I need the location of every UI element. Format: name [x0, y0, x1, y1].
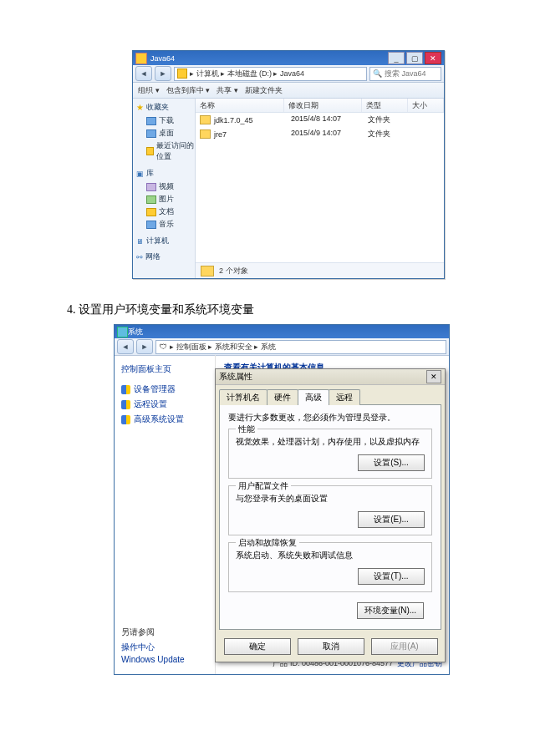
desktop-icon — [146, 129, 156, 138]
folder-icon — [177, 68, 187, 79]
nav-desktop[interactable]: 桌面 — [136, 127, 195, 140]
cancel-button[interactable]: 取消 — [298, 638, 364, 655]
breadcrumb[interactable]: ▸ 计算机 ▸ 本地磁盘 (D:) ▸ Java64 — [174, 67, 367, 81]
system-titlebar[interactable]: 系统 — [115, 325, 449, 338]
explorer-toolbar: 组织 ▾ 包含到库中 ▾ 共享 ▾ 新建文件夹 — [133, 83, 444, 99]
network-header[interactable]: ⚯网络 — [136, 251, 195, 262]
nav-downloads[interactable]: 下载 — [136, 114, 195, 127]
nav-forward-button[interactable]: ► — [136, 339, 153, 354]
download-icon — [146, 117, 156, 125]
recent-icon — [146, 147, 154, 155]
cp-home-link[interactable]: 控制面板主页 — [121, 363, 208, 375]
tab-remote[interactable]: 远程 — [329, 389, 360, 405]
folder-icon — [200, 115, 211, 124]
nav-back-button[interactable]: ◄ — [117, 339, 134, 354]
system-icon — [117, 327, 128, 337]
shield-icon — [121, 415, 130, 424]
status-bar: 2 个对象 — [196, 262, 444, 278]
user-profiles-group: 用户配置文件 与您登录有关的桌面设置 设置(E)... — [228, 485, 432, 535]
document-icon — [146, 208, 156, 216]
picture-icon — [146, 195, 156, 204]
shield-icon — [121, 400, 130, 409]
file-list: jdk1.7.0_45 2015/4/8 14:07 文件夹 jre7 2015… — [196, 113, 444, 262]
column-headers[interactable]: 名称 修改日期 类型 大小 — [196, 99, 444, 113]
list-item[interactable]: jdk1.7.0_45 2015/4/8 14:07 文件夹 — [196, 113, 444, 127]
include-in-library-menu[interactable]: 包含到库中 ▾ — [166, 85, 211, 96]
video-icon — [146, 183, 156, 191]
performance-legend: 性能 — [236, 424, 257, 435]
admin-note: 要进行大多数更改，您必须作为管理员登录。 — [228, 412, 432, 424]
search-input[interactable]: 🔍 搜索 Java64 — [369, 67, 441, 81]
shield-icon: 🛡 — [160, 342, 167, 351]
nav-documents[interactable]: 文档 — [136, 205, 195, 218]
minimize-button[interactable]: _ — [388, 52, 405, 64]
system-properties-dialog: 系统属性 ✕ 计算机名 硬件 高级 远程 要进行大多数更改，您必须作为管理员登录… — [215, 368, 446, 662]
close-button[interactable]: ✕ — [426, 370, 441, 383]
performance-desc: 视觉效果，处理器计划，内存使用，以及虚拟内存 — [236, 436, 425, 448]
share-menu[interactable]: 共享 ▾ — [217, 85, 238, 96]
performance-settings-button[interactable]: 设置(S)... — [358, 454, 425, 471]
explorer-titlebar[interactable]: Java64 _ ▢ ✕ — [133, 51, 444, 65]
apply-button[interactable]: 应用(A) — [371, 638, 438, 655]
ok-button[interactable]: 确定 — [224, 638, 291, 655]
organize-menu[interactable]: 组织 ▾ — [138, 85, 160, 96]
computer-icon: 🖥 — [136, 237, 144, 246]
music-icon — [146, 221, 156, 229]
col-date[interactable]: 修改日期 — [284, 99, 362, 112]
dialog-titlebar[interactable]: 系统属性 ✕ — [216, 369, 445, 385]
nav-music[interactable]: 音乐 — [136, 218, 195, 231]
nav-pictures[interactable]: 图片 — [136, 193, 195, 205]
breadcrumb[interactable]: 🛡 ▸ 控制面板 ▸ 系统和安全 ▸ 系统 — [155, 340, 446, 354]
see-also-header: 另请参阅 — [121, 627, 185, 638]
system-window: 系统 ◄ ► 🛡 ▸ 控制面板 ▸ 系统和安全 ▸ 系统 控制面板主页 设备管理… — [114, 324, 450, 675]
startup-recovery-settings-button[interactable]: 设置(T)... — [358, 568, 425, 585]
tab-advanced[interactable]: 高级 — [298, 389, 329, 405]
remote-settings-link[interactable]: 远程设置 — [121, 398, 208, 410]
window-title: Java64 — [150, 54, 175, 63]
status-text: 2 个对象 — [219, 266, 248, 277]
user-profiles-legend: 用户配置文件 — [236, 480, 291, 492]
shield-icon — [121, 385, 130, 394]
nav-forward-button[interactable]: ► — [155, 66, 171, 81]
dialog-title: 系统属性 — [219, 371, 252, 383]
step-heading: 4. 设置用户环境变量和系统环境变量 — [67, 302, 535, 317]
maximize-button[interactable]: ▢ — [406, 52, 423, 64]
tab-strip: 计算机名 硬件 高级 远程 — [216, 385, 445, 404]
breadcrumb-text: ▸ 计算机 ▸ 本地磁盘 (D:) ▸ Java64 — [190, 68, 304, 79]
startup-recovery-desc: 系统启动、系统失败和调试信息 — [236, 550, 425, 561]
library-icon: ▣ — [136, 170, 144, 178]
startup-recovery-group: 启动和故障恢复 系统启动、系统失败和调试信息 设置(T)... — [228, 542, 432, 592]
device-manager-link[interactable]: 设备管理器 — [121, 383, 208, 395]
col-type[interactable]: 类型 — [362, 99, 408, 112]
folder-icon — [200, 129, 211, 139]
network-icon: ⚯ — [136, 253, 143, 261]
search-icon: 🔍 — [373, 69, 382, 78]
windows-update-link[interactable]: Windows Update — [121, 655, 185, 664]
nav-back-button[interactable]: ◄ — [135, 66, 152, 81]
explorer-addressbar: ◄ ► ▸ 计算机 ▸ 本地磁盘 (D:) ▸ Java64 🔍 搜索 Java… — [133, 65, 444, 83]
tab-panel-advanced: 要进行大多数更改，您必须作为管理员登录。 性能 视觉效果，处理器计划，内存使用，… — [219, 404, 441, 630]
list-item[interactable]: jre7 2015/4/9 14:07 文件夹 — [196, 127, 444, 141]
nav-videos[interactable]: 视频 — [136, 180, 195, 193]
action-center-link[interactable]: 操作中心 — [121, 642, 185, 653]
search-placeholder: 搜索 Java64 — [385, 68, 426, 79]
nav-recent[interactable]: 最近访问的位置 — [136, 140, 195, 163]
explorer-window: Java64 _ ▢ ✕ ◄ ► ▸ 计算机 ▸ 本地磁盘 (D:) ▸ Jav… — [132, 50, 445, 279]
close-button[interactable]: ✕ — [425, 52, 441, 64]
libraries-header[interactable]: ▣库 — [136, 168, 195, 179]
system-addressbar: ◄ ► 🛡 ▸ 控制面板 ▸ 系统和安全 ▸ 系统 — [115, 338, 449, 356]
startup-recovery-legend: 启动和故障恢复 — [236, 537, 299, 549]
tab-hardware[interactable]: 硬件 — [267, 389, 298, 405]
col-size[interactable]: 大小 — [408, 99, 444, 112]
advanced-system-settings-link[interactable]: 高级系统设置 — [121, 414, 208, 425]
control-panel-sidebar: 控制面板主页 设备管理器 远程设置 高级系统设置 另请参阅 操作中心 Windo… — [115, 355, 215, 674]
tab-computer-name[interactable]: 计算机名 — [219, 389, 268, 405]
new-folder-button[interactable]: 新建文件夹 — [245, 85, 283, 96]
favorites-header[interactable]: ★收藏夹 — [136, 102, 195, 113]
computer-header[interactable]: 🖥计算机 — [136, 236, 195, 246]
user-profiles-settings-button[interactable]: 设置(E)... — [358, 511, 425, 528]
environment-variables-button[interactable]: 环境变量(N)... — [357, 602, 424, 619]
dialog-buttons: 确定 取消 应用(A) — [216, 633, 445, 662]
col-name[interactable]: 名称 — [196, 99, 284, 112]
star-icon: ★ — [136, 103, 144, 112]
